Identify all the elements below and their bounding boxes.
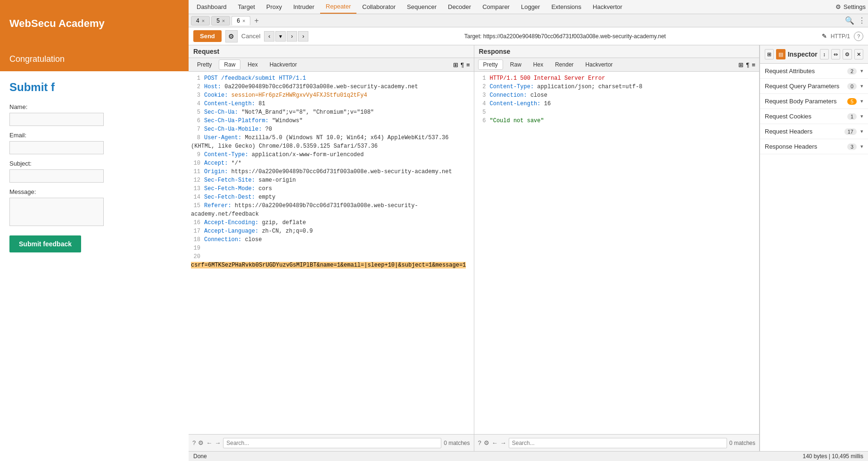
- inspector-section-header-request-attributes[interactable]: Request Attributes 2 ▾: [760, 64, 868, 78]
- request-line-4: 4Content-Length: 81: [191, 100, 471, 108]
- inspector-collapse-btn[interactable]: ⇔: [831, 49, 840, 59]
- submit-feedback-button[interactable]: Submit feedback: [9, 235, 81, 252]
- gear-button[interactable]: ⚙: [225, 30, 238, 42]
- response-search-settings-icon[interactable]: ⚙: [484, 439, 489, 446]
- response-line-5: 5: [477, 108, 757, 117]
- response-search-bar: ? ⚙ ← → 0 matches: [474, 434, 760, 451]
- email-label: Email:: [9, 132, 179, 139]
- request-tab-hex[interactable]: Hex: [243, 60, 262, 69]
- request-search-settings-icon[interactable]: ⚙: [198, 439, 204, 446]
- nav-settings-area: ⚙ Settings: [835, 3, 866, 10]
- next-arrow-2-button[interactable]: ›: [298, 31, 308, 42]
- nav-logger[interactable]: Logger: [515, 0, 546, 13]
- prev-arrow-button[interactable]: ‹: [264, 31, 274, 42]
- request-panel-header: Request: [189, 45, 474, 58]
- inspector-section-request-body: Request Body Parameters 5 ▾: [760, 94, 868, 109]
- response-tab-hackvertor[interactable]: Hackvertor: [581, 60, 618, 69]
- webpage-background: WebSecu Academy Congratulation Submit f …: [0, 0, 189, 461]
- request-search-input[interactable]: [223, 438, 441, 448]
- nav-dashboard[interactable]: Dashboard: [191, 0, 232, 13]
- inspector-close-btn[interactable]: ✕: [854, 49, 863, 59]
- response-search-next-icon[interactable]: →: [500, 439, 506, 446]
- response-panel-header: Response: [474, 45, 760, 58]
- tabs-row: 4 × 5 × 6 × + 🔍 ⋮: [189, 14, 868, 27]
- edit-icon[interactable]: ✎: [822, 33, 827, 40]
- inspector-section-header-request-cookies[interactable]: Request Cookies 1 ▾: [760, 109, 868, 124]
- request-response-area: Request Pretty Raw Hex Hackvertor ⊞ ¶ ≡ …: [189, 45, 760, 451]
- response-tab-hex[interactable]: Hex: [529, 60, 548, 69]
- request-search-help-icon[interactable]: ?: [192, 439, 196, 446]
- inspector-section-header-request-query[interactable]: Request Query Parameters 0 ▾: [760, 79, 868, 93]
- nav-decoder[interactable]: Decoder: [442, 0, 477, 13]
- response-more-icon[interactable]: ≡: [752, 61, 755, 68]
- request-line-11: 11Origin: https://0a2200e90489b70cc06d73…: [191, 168, 471, 176]
- inspector-section-header-request-body[interactable]: Request Body Parameters 5 ▾: [760, 94, 868, 109]
- cancel-button[interactable]: Cancel: [241, 33, 260, 40]
- request-line-12: 12Sec-Fetch-Site: same-origin: [191, 176, 471, 184]
- request-tab-hackvertor[interactable]: Hackvertor: [265, 60, 302, 69]
- response-search-prev-icon[interactable]: ←: [492, 439, 498, 446]
- response-panel: Response Pretty Raw Hex Render Hackverto…: [474, 45, 760, 451]
- response-wrap-icon[interactable]: ¶: [746, 61, 749, 68]
- tab-add-button[interactable]: +: [254, 17, 258, 25]
- inspector-section-header-response-headers[interactable]: Response Headers 3 ▾: [760, 139, 868, 154]
- request-search-next-icon[interactable]: →: [215, 439, 221, 446]
- request-more-icon[interactable]: ≡: [466, 61, 470, 68]
- nav-extensions[interactable]: Extensions: [546, 0, 587, 13]
- inspector-chevron-response-headers: ▾: [860, 143, 863, 150]
- response-search-help-icon[interactable]: ?: [478, 439, 481, 446]
- congratulations-bar: Congratulation: [0, 47, 189, 71]
- nav-sequencer[interactable]: Sequencer: [401, 0, 442, 13]
- tab-6-label: 6: [237, 17, 240, 24]
- response-tab-raw[interactable]: Raw: [505, 60, 526, 69]
- request-line-15: 15Referer: https://0a2200e90489b70cc06d7…: [191, 201, 471, 218]
- nav-target[interactable]: Target: [232, 0, 261, 13]
- burp-suite-tool: Dashboard Target Proxy Intruder Repeater…: [189, 0, 868, 461]
- response-line-2: 2Content-Type: application/json; charset…: [477, 83, 757, 91]
- message-textarea-display: [9, 198, 104, 226]
- request-panel: Request Pretty Raw Hex Hackvertor ⊞ ¶ ≡ …: [189, 45, 474, 451]
- nav-collaborator[interactable]: Collaborator: [356, 0, 401, 13]
- name-label: Name:: [9, 103, 179, 110]
- inspector-list-view-btn[interactable]: ⊞: [765, 49, 774, 59]
- request-line-20: 20csrf=6MTKSezPHaRvkb0SrUGDYuzvGsMIPlBT&…: [191, 252, 471, 269]
- request-line-6: 6Sec-Ch-Ua-Platform: "Windows": [191, 117, 471, 125]
- settings-label[interactable]: Settings: [843, 3, 866, 10]
- tab-6-close[interactable]: ×: [242, 18, 245, 24]
- request-wrap-icon[interactable]: ¶: [461, 61, 464, 68]
- dropdown-arrow-button[interactable]: ▾: [275, 31, 286, 42]
- next-arrow-button[interactable]: ›: [287, 31, 297, 42]
- response-tab-render[interactable]: Render: [550, 60, 578, 69]
- request-view-icon[interactable]: ⊞: [453, 61, 458, 68]
- tab-4[interactable]: 4 ×: [191, 16, 210, 25]
- inspector-align-btn[interactable]: ↕: [820, 49, 829, 59]
- tab-5[interactable]: 5 ×: [211, 16, 230, 25]
- send-button[interactable]: Send: [193, 30, 222, 42]
- nav-intruder[interactable]: Intruder: [288, 0, 320, 13]
- request-line-5: 5Sec-Ch-Ua: "Not?A_Brand";v="8", "Chromi…: [191, 108, 471, 117]
- top-navigation: Dashboard Target Proxy Intruder Repeater…: [189, 0, 868, 14]
- request-search-prev-icon[interactable]: ←: [206, 439, 212, 446]
- tabs-search-icon[interactable]: 🔍: [845, 16, 854, 25]
- nav-proxy[interactable]: Proxy: [261, 0, 288, 13]
- response-search-input[interactable]: [509, 438, 727, 448]
- nav-hackvertor[interactable]: Hackvertor: [587, 0, 628, 13]
- tabs-more-icon[interactable]: ⋮: [858, 16, 866, 25]
- help-button[interactable]: ?: [854, 32, 863, 41]
- request-tab-pretty[interactable]: Pretty: [192, 60, 216, 69]
- inspector-detail-view-btn[interactable]: ▤: [776, 49, 785, 59]
- inspector-settings-btn[interactable]: ⚙: [843, 49, 851, 59]
- tab-4-close[interactable]: ×: [202, 18, 205, 24]
- target-url: Target: https://0a2200e90489b70cc06d731f…: [312, 33, 818, 40]
- email-input-display: [9, 141, 104, 154]
- inspector-section-count-request-cookies: 1: [847, 113, 857, 120]
- nav-comparer[interactable]: Comparer: [477, 0, 515, 13]
- nav-repeater[interactable]: Repeater: [320, 0, 356, 14]
- request-tab-raw[interactable]: Raw: [219, 59, 240, 70]
- tab-6[interactable]: 6 ×: [231, 16, 250, 25]
- inspector-section-header-request-headers[interactable]: Request Headers 17 ▾: [760, 124, 868, 139]
- tab-5-close[interactable]: ×: [222, 18, 225, 24]
- response-tab-pretty[interactable]: Pretty: [478, 59, 503, 70]
- response-view-icon[interactable]: ⊞: [738, 61, 744, 68]
- request-line-10: 10Accept: */*: [191, 159, 471, 168]
